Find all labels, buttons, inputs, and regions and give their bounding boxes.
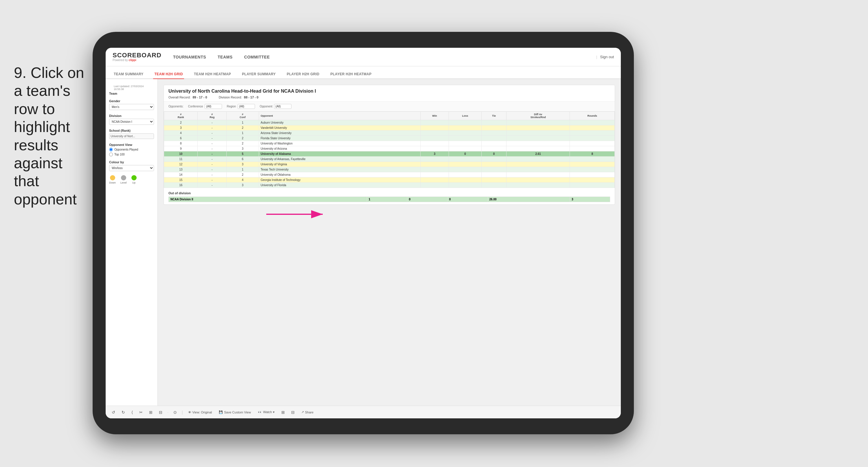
- logo-area: SCOREBOARD Powered by clippi: [113, 52, 161, 62]
- nav-teams[interactable]: TEAMS: [218, 54, 233, 60]
- table-row[interactable]: 2-1Auburn University: [164, 120, 615, 125]
- table-row[interactable]: 6-2Florida State University: [164, 136, 615, 141]
- out-div-label: NCAA Division II: [169, 197, 367, 202]
- nav-committee[interactable]: COMMITTEE: [244, 54, 270, 60]
- tab-player-h2h-heatmap[interactable]: PLAYER H2H HEATMAP: [329, 70, 372, 79]
- last-updated-text: Last Updated: 27/03/2024 16:55:38: [109, 84, 154, 92]
- clock-button[interactable]: ⊙: [172, 409, 178, 415]
- logo-brand: clippi: [129, 58, 136, 62]
- nav-tournaments[interactable]: TOURNAMENTS: [173, 54, 206, 60]
- legend-level: Level: [120, 175, 127, 184]
- table-row[interactable]: 3-2Vanderbilt University: [164, 125, 615, 130]
- top-navigation: SCOREBOARD Powered by clippi TOURNAMENTS…: [106, 48, 621, 66]
- instruction-body: Click on a team's row to highlight resul…: [14, 64, 84, 208]
- table-row[interactable]: 15-4Georgia Institute of Technology: [164, 177, 615, 183]
- instruction-text: 9. Click on a team's row to highlight re…: [14, 64, 89, 208]
- bottom-toolbar: ↺ ↻ ⟨ ✂ ⊞ ⊟ · ⊙ | 👁 View: Original 💾 Sav…: [106, 406, 621, 418]
- conference-filter-select[interactable]: (All): [205, 104, 222, 109]
- legend-up-dot: [131, 175, 136, 180]
- save-custom-view-button[interactable]: 💾 Save Custom View: [217, 409, 253, 415]
- out-of-division-section: Out of division NCAA Division II 1 0 0 2…: [164, 188, 615, 204]
- radio-top-100[interactable]: Top 100: [109, 153, 154, 156]
- sidebar-opponent-view-label: Opponent View: [109, 143, 154, 146]
- content-panel: University of North Carolina Head-to-Hea…: [158, 79, 621, 406]
- out-div-tie: 0: [447, 197, 487, 202]
- out-division-row[interactable]: NCAA Division II 1 0 0 26.00 3: [169, 197, 610, 202]
- out-div-loss: 0: [407, 197, 447, 202]
- sign-out-button[interactable]: Sign out: [600, 55, 614, 59]
- logo-scoreboard: SCOREBOARD: [113, 52, 161, 58]
- eye-icon: 👁: [188, 411, 191, 414]
- sidebar-school-label: School (Rank): [109, 129, 154, 132]
- step-back-button[interactable]: ⟨: [130, 409, 134, 415]
- sidebar-division-section: Division NCAA Division I: [109, 114, 154, 125]
- gender-select[interactable]: Men's: [109, 104, 154, 110]
- table-row[interactable]: 4-1Arizona State University: [164, 130, 615, 136]
- filter-opponents: Opponents:: [168, 105, 184, 108]
- filter-opponents-label: Opponents:: [168, 105, 184, 108]
- view-original-button[interactable]: 👁 View: Original: [186, 410, 214, 415]
- copy-button[interactable]: ⊞: [148, 409, 154, 415]
- grid-icon-2[interactable]: ⊟: [290, 409, 296, 415]
- nav-items: TOURNAMENTS TEAMS COMMITTEE: [173, 54, 596, 60]
- tab-player-summary[interactable]: PLAYER SUMMARY: [241, 70, 277, 79]
- table-row[interactable]: 12-3University of Virginia: [164, 162, 615, 167]
- legend-level-label: Level: [120, 181, 127, 184]
- undo-button[interactable]: ↺: [110, 409, 117, 415]
- col-opponent: Opponent: [259, 112, 421, 120]
- sidebar-gender-section: Gender Men's: [109, 99, 154, 110]
- opponent-view-radio-group: Opponents Played Top 100: [109, 148, 154, 156]
- cut-button[interactable]: ✂: [138, 409, 144, 415]
- opponent-filter-select[interactable]: (All): [274, 104, 291, 109]
- panel-title: University of North Carolina Head-to-Hea…: [168, 89, 610, 94]
- legend-down: Down: [109, 175, 116, 184]
- watch-button[interactable]: 👀 Watch ▾: [256, 409, 276, 415]
- out-division-table: NCAA Division II 1 0 0 26.00 3: [168, 197, 610, 202]
- table-row[interactable]: 9-3University of Arizona: [164, 146, 615, 151]
- share-button[interactable]: ↗ Share: [300, 409, 315, 415]
- colour-legend: Down Level Up: [109, 175, 154, 184]
- col-conf: #Conf: [227, 112, 259, 120]
- col-win: Win: [421, 112, 449, 120]
- sidebar-team-section: Team: [109, 92, 154, 95]
- table-row[interactable]: 14-2University of Oklahoma: [164, 172, 615, 177]
- tablet-device: SCOREBOARD Powered by clippi TOURNAMENTS…: [93, 32, 634, 434]
- legend-level-dot: [121, 175, 126, 180]
- logo-powered-by: Powered by clippi: [113, 58, 161, 62]
- table-row[interactable]: 11-6University of Arkansas, Fayetteville: [164, 157, 615, 162]
- tab-team-h2h-grid[interactable]: TEAM H2H GRID: [153, 70, 184, 79]
- filter-region-label: Region: [227, 105, 236, 108]
- radio-opponents-played[interactable]: Opponents Played: [109, 148, 154, 151]
- tab-player-h2h-grid[interactable]: PLAYER H2H GRID: [286, 70, 321, 79]
- division-select[interactable]: NCAA Division I: [109, 119, 154, 125]
- tab-team-summary[interactable]: TEAM SUMMARY: [113, 70, 145, 79]
- colour-by-select[interactable]: Win/loss: [109, 165, 154, 171]
- tab-team-h2h-heatmap[interactable]: TEAM H2H HEATMAP: [193, 70, 232, 79]
- out-div-diff: 26.00: [487, 197, 570, 202]
- paste-button[interactable]: ⊟: [157, 409, 164, 415]
- sidebar: Last Updated: 27/03/2024 16:55:38 Team G…: [106, 79, 158, 406]
- table-row[interactable]: 10-5University of Alabama3002.618: [164, 151, 615, 157]
- region-filter-select[interactable]: (All): [238, 104, 255, 109]
- col-rank: #Rank: [164, 112, 198, 120]
- table-container: #Rank #Reg #Conf Opponent Win Loss Tie D…: [164, 112, 615, 188]
- col-tie: Tie: [482, 112, 506, 120]
- sub-navigation: TEAM SUMMARY TEAM H2H GRID TEAM H2H HEAT…: [106, 66, 621, 79]
- sidebar-team-label: Team: [109, 92, 154, 95]
- table-row[interactable]: 13-1Texas Tech University: [164, 167, 615, 172]
- overall-record: Overall Record: 89 - 17 - 0: [168, 95, 207, 99]
- school-input[interactable]: University of Nort...: [109, 134, 154, 139]
- filter-conference: Conference (All): [188, 104, 222, 109]
- sidebar-colour-by-label: Colour by: [109, 160, 154, 164]
- legend-up: Up: [131, 175, 136, 184]
- sidebar-gender-label: Gender: [109, 99, 154, 103]
- col-loss: Loss: [448, 112, 481, 120]
- legend-down-dot: [110, 175, 115, 180]
- sidebar-school-section: School (Rank) University of Nort...: [109, 129, 154, 139]
- grid-icon-1[interactable]: ⊞: [280, 409, 286, 415]
- redo-button[interactable]: ↻: [120, 409, 126, 415]
- table-row[interactable]: 16-3University of Florida: [164, 183, 615, 188]
- sidebar-division-label: Division: [109, 114, 154, 118]
- table-row[interactable]: 8-2University of Washington: [164, 141, 615, 146]
- nav-right: | Sign out: [596, 55, 614, 59]
